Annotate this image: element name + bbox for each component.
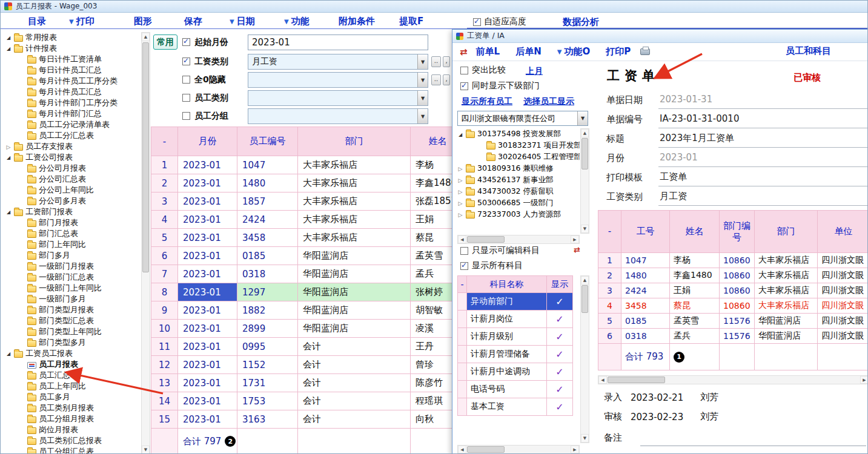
sidebar-scrollbar[interactable]: ▲ ▼ xyxy=(141,32,150,454)
wage-type-select[interactable]: 月工资 ▼ xyxy=(248,54,428,70)
tree-expand-icon[interactable] xyxy=(457,211,463,218)
swap-icon[interactable]: ⇄ xyxy=(460,47,468,58)
scroll-up-button[interactable]: ▲ xyxy=(142,33,150,41)
sidebar-tree-item[interactable]: 部门类型汇总表 xyxy=(5,315,141,326)
table-row[interactable]: 9 2023-01 1882 华阳蓝润店 胡智敏 xyxy=(151,301,465,320)
auto-height-checkbox[interactable] xyxy=(473,18,481,26)
tree-expand-icon[interactable] xyxy=(5,350,12,357)
sidebar-tree-item[interactable]: 员工多月 xyxy=(5,392,141,403)
sidebar-tree-item[interactable]: 一级部门月报表 xyxy=(5,261,141,272)
tree-expand-icon[interactable] xyxy=(5,154,12,161)
employee-row[interactable]: 2 1480 李鑫1480 10860 大丰家乐福店 四川浙文眼 xyxy=(598,268,868,283)
toolbar-item[interactable]: ▼ 附加条件 xyxy=(339,15,375,27)
subject-row[interactable]: 计薪月岗位 xyxy=(458,311,573,328)
column-header-subject[interactable]: 科目名称 xyxy=(467,276,547,293)
sidebar-tree-item[interactable]: 员工类别汇总报表 xyxy=(5,435,141,446)
subject-row[interactable]: 计薪月管理储备 xyxy=(458,346,573,363)
tree-expand-icon[interactable] xyxy=(457,131,463,138)
sidebar-tree-item[interactable]: 每月计件员工汇总 xyxy=(5,87,141,97)
emp-group-select[interactable]: ▼ xyxy=(248,108,428,124)
table-row[interactable]: 7 2023-01 0318 华阳蓝润店 孟兵 xyxy=(151,265,465,283)
sidebar-tree-item[interactable]: 部门上年同比 xyxy=(5,239,141,250)
field-value[interactable]: 2023-01-31 xyxy=(658,91,868,109)
scrollbar-thumb[interactable] xyxy=(581,138,588,169)
department-tree-item[interactable]: 434526137 新事业部 xyxy=(457,174,580,186)
column-header-name[interactable]: 姓名 xyxy=(670,211,720,253)
print-menu-button[interactable]: 打印P xyxy=(606,46,631,58)
subject-visible-cell[interactable] xyxy=(547,381,573,398)
select-arrow-icon[interactable]: ▼ xyxy=(417,91,428,105)
table-row[interactable]: 8 2023-01 1297 华阳蓝润店 张树婷 xyxy=(151,283,465,301)
sidebar-tree-item[interactable]: 工资员工报表 xyxy=(5,348,141,359)
scroll-left-button[interactable]: ◀ xyxy=(458,446,466,453)
tree-expand-icon[interactable] xyxy=(457,165,463,172)
column-header-deptid[interactable]: 部门编号 xyxy=(720,211,755,253)
emp-group-checkbox[interactable] xyxy=(182,112,190,120)
browse-button[interactable]: .. xyxy=(431,56,441,67)
employee-row[interactable]: 5 0185 孟英雪 11576 华阳蓝润店 四川浙文眼 xyxy=(598,314,868,329)
table-row[interactable]: 2 2023-01 1480 大丰家乐福店 李鑫1480 xyxy=(151,174,465,192)
sidebar-tree-item[interactable]: 一级部门汇总表 xyxy=(5,272,141,283)
sidebar-tree-item[interactable]: 员工存支报表 xyxy=(5,141,141,152)
scroll-left-button[interactable]: ◀ xyxy=(598,376,607,384)
department-tree-item[interactable]: 301832371 项目开发部 xyxy=(457,140,580,151)
sidebar-tree-item[interactable]: 部门类型月报表 xyxy=(5,304,141,315)
data-analysis-link[interactable]: 数据分析 xyxy=(563,16,599,28)
sidebar-tree-item[interactable]: 部门月报表 xyxy=(5,217,141,228)
select-arrow-icon[interactable]: ▼ xyxy=(417,73,428,87)
scrollbar-thumb[interactable] xyxy=(581,285,588,313)
printer-icon[interactable] xyxy=(640,48,650,55)
subject-row[interactable]: 计薪月中途调动 xyxy=(458,363,573,381)
scrollbar-thumb[interactable] xyxy=(608,377,665,383)
subject-visible-cell[interactable] xyxy=(547,346,573,363)
show-all-subjects-checkbox[interactable] xyxy=(460,262,468,270)
toolbar-item[interactable]: ▼ 打印 xyxy=(69,15,94,27)
column-header-visible[interactable]: 显示 xyxy=(547,276,573,293)
function-menu-button[interactable]: ▼ 功能O xyxy=(557,46,590,58)
table-row[interactable]: 12 2023-01 1152 会计 曾珍 xyxy=(151,356,465,374)
scrollbar-thumb[interactable] xyxy=(467,236,505,243)
scrollbar-thumb[interactable] xyxy=(467,446,505,453)
show-sub-dept-checkbox[interactable] xyxy=(460,82,468,90)
table-row[interactable]: 5 2023-01 3458 大丰家乐福店 蔡昆 xyxy=(151,229,465,247)
sidebar-tree-item[interactable]: 员工上年同比 xyxy=(5,381,141,392)
table-row[interactable]: 13 2023-01 1731 会计 陈彦竹 xyxy=(151,374,465,392)
sidebar-tree-item[interactable]: 工资部门报表 xyxy=(5,206,141,217)
column-header-month[interactable]: 月份 xyxy=(178,127,237,156)
sidebar-tree-item[interactable]: 每日计件工资清单 xyxy=(5,54,141,65)
dept-tree-scrollbar[interactable]: ▲ ▼ xyxy=(580,128,589,234)
subject-visible-cell[interactable] xyxy=(547,311,573,328)
subjects-scrollbar[interactable]: ▲ ▼ xyxy=(580,275,589,443)
scrollbar-thumb[interactable] xyxy=(142,42,149,272)
sidebar-tree-item[interactable]: 员工工分记录清单表 xyxy=(5,119,141,130)
subjects-hscrollbar[interactable]: ◀ ▶ xyxy=(457,445,580,454)
employee-row[interactable]: 3 2424 王娟 10860 大丰家乐福店 四川浙文眼 xyxy=(598,283,868,298)
table-row[interactable]: 1 2023-01 1047 大丰家乐福店 李杨 xyxy=(151,156,465,174)
scroll-right-button[interactable]: ▶ xyxy=(571,446,579,453)
scroll-right-button[interactable]: ▶ xyxy=(860,376,868,384)
employee-row[interactable]: 6 0318 孟兵 11576 华阳蓝润店 四川浙文眼 xyxy=(598,329,868,344)
toolbar-item[interactable]: ▼ 目录 xyxy=(28,15,46,27)
sidebar-tree-item[interactable]: 员工分组月报表 xyxy=(5,413,141,424)
table-row[interactable]: 14 2023-01 1753 会计 程瑶琪 xyxy=(151,392,465,410)
hide-zero-checkbox[interactable] xyxy=(182,76,190,84)
sidebar-tree-item[interactable]: 每月计件员工工序分类 xyxy=(5,76,141,87)
sidebar-tree-item[interactable]: 计件报表 xyxy=(5,43,141,54)
sidebar-tree-item[interactable]: 每月计件部门汇总 xyxy=(5,108,141,119)
table-row[interactable]: 4 2023-01 2424 大丰家乐福店 王娟 xyxy=(151,211,465,229)
field-value[interactable]: IA-23-01-31-0010 xyxy=(658,110,868,128)
table-row[interactable]: 6 2023-01 0185 华阳蓝润店 孟英雪 xyxy=(151,247,465,265)
show-all-employees-link[interactable]: 显示所有员工 xyxy=(462,96,512,107)
start-month-input[interactable] xyxy=(248,35,428,50)
tree-expand-icon[interactable] xyxy=(5,34,12,41)
sidebar-tree-item[interactable]: 岗位月报表 xyxy=(5,424,141,435)
tree-expand-icon[interactable] xyxy=(5,208,12,215)
field-value[interactable]: 2023-01 xyxy=(658,149,868,167)
scroll-up-button[interactable]: ▲ xyxy=(581,129,589,137)
tree-expand-icon[interactable] xyxy=(5,45,12,52)
sidebar-tree-item[interactable]: 分公司多月表 xyxy=(5,196,141,206)
sidebar-tree-item[interactable]: 员工分组汇总表 xyxy=(5,446,141,454)
sidebar-tree-item[interactable]: 部门汇总表 xyxy=(5,228,141,239)
hide-zero-select[interactable]: ▼ xyxy=(248,72,428,88)
highlight-compare-checkbox[interactable] xyxy=(460,67,468,74)
